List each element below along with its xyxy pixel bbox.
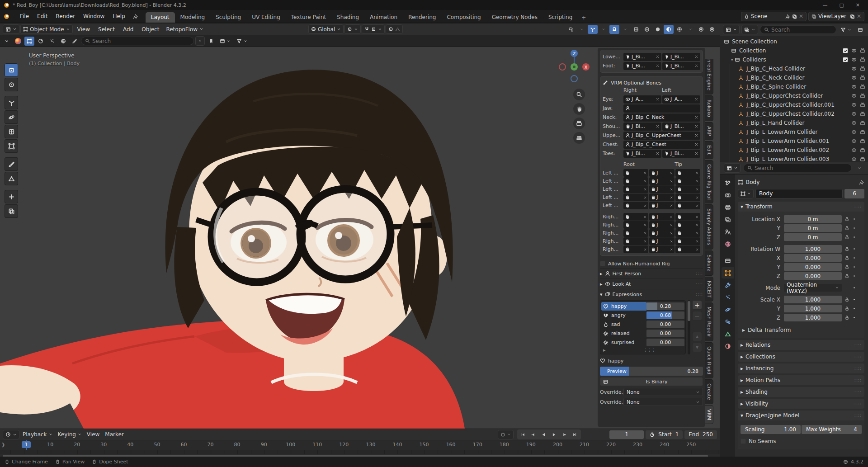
bone-field[interactable]: J_Bi... <box>623 150 661 158</box>
camera-icon[interactable] <box>860 147 865 153</box>
outliner-search-input[interactable]: Search <box>760 25 836 34</box>
override-dropdown[interactable]: None <box>623 398 703 406</box>
xray-toggle[interactable] <box>631 25 641 34</box>
properties-tab-scene[interactable] <box>722 226 734 237</box>
finger-tip-field[interactable] <box>675 245 700 253</box>
expression-name-cell[interactable]: happy <box>601 302 646 311</box>
side-tab-simply-addons[interactable]: Simply Addons <box>705 204 713 250</box>
pin-id-icon[interactable] <box>859 179 864 185</box>
eye-icon[interactable] <box>851 48 857 53</box>
eye-icon[interactable] <box>851 147 857 153</box>
chevron-down-icon[interactable] <box>577 25 587 34</box>
clay-display-toggle[interactable] <box>47 37 57 46</box>
eye-icon[interactable] <box>851 66 857 71</box>
transform-value-field[interactable]: 0.000 <box>784 263 842 271</box>
prev-keyframe-button[interactable] <box>528 430 538 439</box>
editor-type-button[interactable] <box>3 24 19 34</box>
close-icon[interactable] <box>643 231 647 235</box>
lock-open-icon[interactable] <box>844 315 849 320</box>
outliner-row[interactable]: J_Bip_C_UpperChest Collider.001 <box>720 100 868 109</box>
bone-field[interactable]: J_Bi... <box>623 123 661 131</box>
select-mode-toggle[interactable] <box>24 37 34 46</box>
timeline-menu-view[interactable]: View <box>85 430 102 439</box>
section-first-person[interactable]: ▸First Person:::: <box>600 268 703 278</box>
camera-icon[interactable] <box>860 111 865 117</box>
finger-root-field[interactable] <box>623 185 648 193</box>
transform-value-field[interactable]: Quaternion (WXYZ) <box>784 284 842 292</box>
close-icon[interactable] <box>643 196 647 199</box>
exclude-checkbox[interactable] <box>843 57 848 62</box>
side-tab-edit[interactable]: Edit <box>705 141 713 159</box>
section-look-at[interactable]: ▸Look At:::: <box>600 278 703 289</box>
tool-scale[interactable] <box>5 125 18 138</box>
section-relations[interactable]: ▸Relations:::: <box>738 340 864 350</box>
eye-icon[interactable] <box>851 93 857 99</box>
pan-button[interactable] <box>573 103 585 115</box>
jump-to-start-button[interactable] <box>518 430 528 439</box>
transform-section-header[interactable]: ▾Transform:::: <box>738 202 864 212</box>
camera-icon[interactable] <box>860 48 865 53</box>
bone-field[interactable]: J_Bi... <box>623 62 661 70</box>
expression-row-sad[interactable]: sad0.00 <box>601 320 684 329</box>
properties-tab-collection[interactable] <box>722 255 734 266</box>
tool-annotate[interactable] <box>5 157 18 171</box>
finger-tip-field[interactable] <box>675 213 700 221</box>
properties-search-input[interactable]: Search <box>743 164 852 172</box>
next-keyframe-button[interactable] <box>560 430 570 439</box>
outliner-type-button[interactable] <box>723 25 740 34</box>
eye-icon[interactable] <box>851 120 857 126</box>
workspace-add-button[interactable]: + <box>578 13 590 23</box>
transform-value-field[interactable]: 0.000 <box>784 254 842 262</box>
workspace-tab-layout[interactable]: Layout <box>146 12 175 23</box>
expression-row-relaxed[interactable]: relaxed0.00 <box>601 329 684 338</box>
is-binary-toggle[interactable]: Is Binary <box>600 377 703 386</box>
transform-value-field[interactable]: 0 m <box>784 215 842 223</box>
viewport-menu-object[interactable]: Object <box>138 25 163 34</box>
region-expand-arrow[interactable]: ❯ <box>1 442 5 447</box>
tool-retopoflow[interactable] <box>5 204 18 218</box>
transform-value-field[interactable]: 0 m <box>784 233 842 241</box>
chevron-down-icon[interactable] <box>620 25 630 34</box>
globe-icon[interactable] <box>843 459 848 464</box>
clear-bone-icon[interactable] <box>694 133 698 137</box>
minimize-button[interactable]: — <box>822 2 827 8</box>
tool-move[interactable] <box>5 96 18 109</box>
dot-icon[interactable] <box>852 286 856 290</box>
bone-field[interactable]: J_A... <box>662 95 700 104</box>
camera-icon[interactable] <box>860 84 865 90</box>
camera-icon[interactable] <box>860 156 865 162</box>
expression-name-cell[interactable]: surprised <box>601 338 646 347</box>
dragengine-section-header[interactable]: ▾Drag[en]gine Model:::: <box>738 410 864 420</box>
properties-tab-particles[interactable] <box>722 292 734 303</box>
shading-rendered[interactable] <box>675 25 684 34</box>
outliner-row[interactable]: J_Bip_L_LowerArm Collider <box>720 127 868 137</box>
workspace-tab-texture-paint[interactable]: Texture Paint <box>286 12 331 23</box>
copy-icon[interactable] <box>850 14 855 19</box>
viewport-menu-view[interactable]: View <box>74 25 94 34</box>
tool-measure[interactable] <box>5 172 18 185</box>
expression-value-slider[interactable]: 0.68 <box>646 311 684 319</box>
eye-icon[interactable] <box>851 138 857 144</box>
frame-start-field[interactable]: Start1 <box>646 430 683 439</box>
side-tab-arp[interactable]: ARP <box>705 122 713 140</box>
expression-value-slider[interactable]: 0.00 <box>646 321 684 328</box>
transform-value-field[interactable]: 1.000 <box>784 245 842 253</box>
tool-select-box[interactable] <box>5 63 18 77</box>
dot-icon[interactable] <box>852 307 856 311</box>
clear-bone-icon[interactable] <box>656 151 660 156</box>
new-collection-button[interactable] <box>855 25 865 34</box>
clear-bone-icon[interactable] <box>694 124 698 128</box>
eye-icon[interactable] <box>851 156 857 162</box>
properties-tab-object[interactable] <box>722 267 734 278</box>
world-display-toggle[interactable] <box>58 37 68 46</box>
gizmos-toggle[interactable] <box>588 25 598 34</box>
close-icon[interactable] <box>643 223 647 227</box>
transform-value-field[interactable]: 1.000 <box>784 296 842 303</box>
blender-menu-icon[interactable] <box>0 10 13 23</box>
finger-root-field[interactable] <box>623 213 648 221</box>
shading-wireframe[interactable] <box>642 25 652 34</box>
copy-icon[interactable] <box>792 14 797 19</box>
tool-add-cube[interactable] <box>5 190 18 203</box>
properties-tab-data[interactable] <box>722 328 734 340</box>
properties-tab-modifiers[interactable] <box>722 279 734 291</box>
